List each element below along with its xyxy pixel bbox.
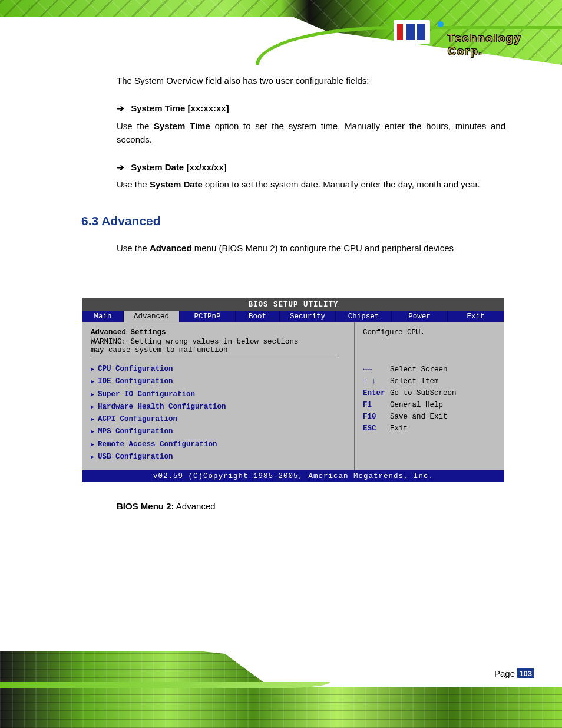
key-desc: Exit [390, 424, 408, 433]
key-desc: Save and Exit [390, 413, 448, 421]
bios-submenu-item[interactable]: MPS Configuration [91, 426, 348, 438]
arrow-right-icon: ➔ [117, 160, 126, 174]
key-desc: Select Screen [390, 365, 448, 374]
key-symbol: F10 [363, 411, 390, 423]
bios-body: Advanced Settings WARNING: Setting wrong… [82, 322, 504, 470]
bios-tab-main[interactable]: Main [82, 311, 124, 322]
divider [91, 358, 338, 358]
bios-submenu-list: CPU Configuration IDE Configuration Supe… [91, 363, 348, 463]
key-symbol: F1 [363, 399, 390, 411]
bios-help-text: Configure CPU. [363, 328, 498, 337]
bios-left-pane: Advanced Settings WARNING: Setting wrong… [82, 322, 355, 470]
field-system-time-heading: ➔ System Time [xx:xx:xx] [117, 101, 505, 115]
section-number: 6.3 [81, 214, 98, 228]
bios-submenu-item[interactable]: USB Configuration [91, 451, 348, 463]
field-system-date-heading: ➔ System Date [xx/xx/xx] [117, 160, 505, 174]
field-system-time-desc: Use the System Time option to set the sy… [117, 119, 505, 147]
text-bold: Advanced [150, 243, 192, 253]
bios-warning-2: may cause system to malfunction [91, 346, 348, 354]
bios-submenu-item[interactable]: CPU Configuration [91, 363, 348, 375]
key-row: F10Save and Exit [363, 411, 498, 423]
header-banner: ® Technology Corp. [0, 0, 562, 65]
bios-key-legend: ←→Select Screen ↑ ↓Select Item EnterGo t… [363, 364, 498, 434]
bios-panel: BIOS SETUP UTILITY Main Advanced PCIPnP … [82, 298, 504, 482]
page-label: Page [494, 668, 515, 678]
key-desc: General Help [390, 401, 443, 409]
field-label: System Time [xx:xx:xx] [131, 103, 229, 113]
bios-submenu-item[interactable]: IDE Configuration [91, 375, 348, 388]
text: option to set the system date. Manually … [203, 179, 480, 189]
key-symbol: ←→ [363, 364, 390, 375]
key-row: EnterGo to SubScreen [363, 387, 498, 399]
bios-submenu-item[interactable]: Hardware Health Configuration [91, 401, 348, 413]
bios-tab-advanced[interactable]: Advanced [124, 311, 180, 322]
bios-footer-bar: v02.59 (C)Copyright 1985-2005, American … [82, 470, 504, 482]
logo-dot-icon [438, 21, 444, 27]
text: menu (BIOS Menu 2) to configure the CPU … [192, 243, 454, 253]
key-desc: Select Item [390, 377, 439, 386]
bios-caption: BIOS Menu 2: Advanced [117, 501, 216, 511]
key-symbol: ↑ ↓ [363, 375, 390, 387]
text-bold: System Date [150, 179, 203, 189]
intro-paragraph: The System Overview field also has two u… [117, 74, 505, 87]
advanced-intro: Use the Advanced menu (BIOS Menu 2) to c… [117, 241, 505, 255]
field-system-date-desc: Use the System Date option to set the sy… [117, 177, 505, 191]
bios-warning-1: WARNING: Setting wrong values in below s… [91, 338, 348, 346]
bios-submenu-item[interactable]: Remote Access Configuration [91, 439, 348, 451]
bios-tab-exit[interactable]: Exit [448, 311, 504, 322]
section-title: Advanced [101, 214, 160, 228]
page-content: The System Overview field also has two u… [117, 74, 505, 269]
text: Use the [117, 121, 154, 131]
bios-submenu-item[interactable]: ACPI Configuration [91, 413, 348, 426]
field-label: System Date [xx/xx/xx] [131, 162, 227, 172]
arrow-right-icon: ➔ [117, 101, 126, 115]
text-bold: System Time [154, 121, 210, 131]
bios-tab-security[interactable]: Security [280, 311, 336, 322]
text: Use the [117, 243, 150, 253]
footer-band-accent [0, 682, 330, 688]
key-symbol: Enter [363, 387, 390, 399]
bios-tab-bar: Main Advanced PCIPnP Boot Security Chips… [82, 311, 504, 322]
text: Use the [117, 179, 150, 189]
bios-title-bar: BIOS SETUP UTILITY [82, 298, 504, 311]
bios-left-heading: Advanced Settings [91, 328, 348, 337]
caption-bold: BIOS Menu 2: [117, 501, 174, 511]
iei-logo-icon [394, 20, 430, 44]
bios-tab-chipset[interactable]: Chipset [336, 311, 392, 322]
key-row: F1General Help [363, 399, 498, 411]
bios-tab-boot[interactable]: Boot [236, 311, 280, 322]
page-number: 103 [517, 668, 534, 678]
key-row: ESCExit [363, 423, 498, 434]
caption-text: Advanced [174, 501, 216, 511]
bios-tab-power[interactable]: Power [392, 311, 448, 322]
bios-submenu-item[interactable]: Super IO Configuration [91, 388, 348, 401]
bios-right-pane: Configure CPU. ←→Select Screen ↑ ↓Select… [355, 322, 504, 470]
key-row: ←→Select Screen [363, 364, 498, 375]
section-heading-advanced: 6.3 Advanced [81, 212, 505, 231]
brand-text: Technology Corp. [448, 32, 547, 58]
registered-mark: ® [434, 46, 439, 54]
key-symbol: ESC [363, 423, 390, 434]
key-row: ↑ ↓Select Item [363, 375, 498, 387]
brand-logo: ® Technology Corp. [394, 20, 547, 50]
key-desc: Go to SubScreen [390, 389, 457, 397]
bios-tab-pcipnp[interactable]: PCIPnP [180, 311, 236, 322]
